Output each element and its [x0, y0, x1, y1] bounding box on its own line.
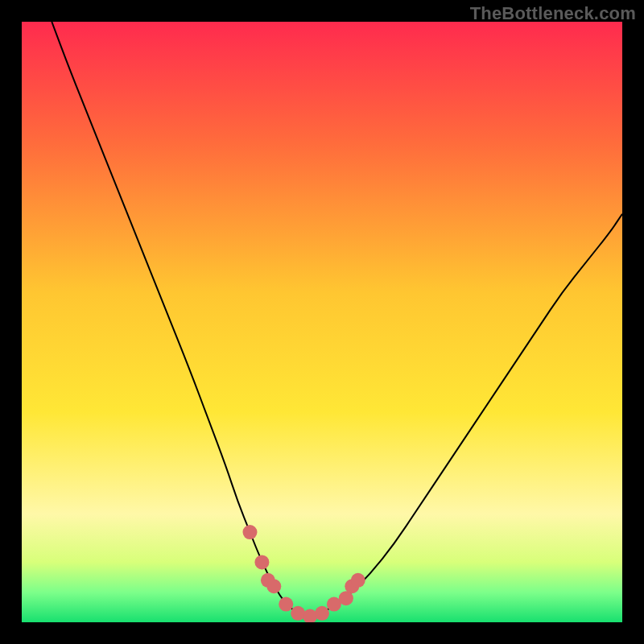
marker-dot [315, 606, 329, 621]
bottleneck-chart [22, 22, 622, 622]
frame: TheBottleneck.com [0, 0, 644, 644]
marker-dot [266, 579, 281, 593]
marker-dot [254, 555, 269, 569]
marker-dot [242, 525, 257, 539]
marker-dot [279, 597, 293, 612]
marker-dot [351, 573, 365, 588]
gradient-background [22, 22, 622, 622]
